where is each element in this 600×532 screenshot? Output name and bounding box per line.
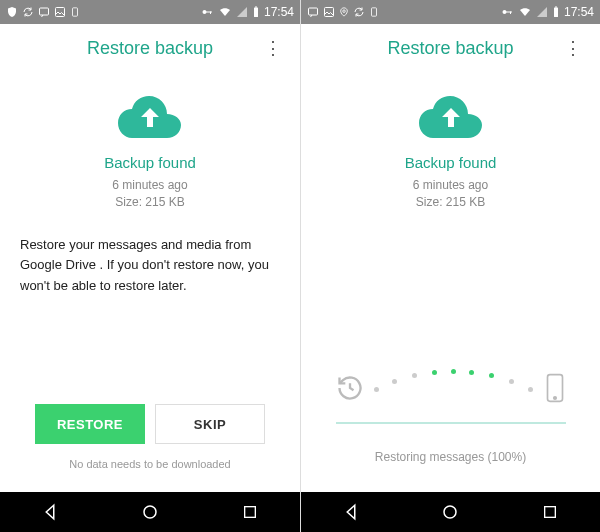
key-icon xyxy=(500,6,514,18)
svg-rect-17 xyxy=(554,8,558,18)
location-icon xyxy=(339,6,349,18)
page-title: Restore backup xyxy=(387,38,513,59)
svg-rect-9 xyxy=(245,507,256,518)
status-time: 17:54 xyxy=(264,5,294,19)
nav-bar xyxy=(301,492,600,532)
backup-size: Size: 215 KB xyxy=(112,194,187,211)
battery-icon xyxy=(552,6,560,18)
nav-home-button[interactable] xyxy=(130,492,170,532)
svg-rect-13 xyxy=(372,8,377,16)
restore-button[interactable]: RESTORE xyxy=(35,404,145,444)
backup-found-heading: Backup found xyxy=(405,154,497,171)
image-icon xyxy=(323,6,335,18)
signal-icon xyxy=(236,6,248,18)
refresh-icon xyxy=(22,6,34,18)
svg-point-3 xyxy=(202,10,206,14)
progress-arc xyxy=(336,366,566,414)
button-row: RESTORE SKIP xyxy=(20,404,280,444)
svg-rect-6 xyxy=(254,8,258,18)
progress-label: Restoring messages (100%) xyxy=(375,450,526,464)
app-bar: Restore backup ⋮ xyxy=(0,24,300,72)
nav-recent-button[interactable] xyxy=(530,492,570,532)
overflow-menu-button[interactable]: ⋮ xyxy=(258,33,288,63)
history-icon xyxy=(336,374,364,406)
svg-rect-22 xyxy=(545,507,556,518)
svg-point-20 xyxy=(553,397,556,400)
backup-meta: 6 minutes ago Size: 215 KB xyxy=(112,177,187,211)
nav-bar xyxy=(0,492,300,532)
svg-rect-5 xyxy=(210,12,211,15)
shield-icon xyxy=(6,6,18,18)
svg-rect-2 xyxy=(73,8,78,16)
svg-point-12 xyxy=(343,10,346,12)
nav-recent-button[interactable] xyxy=(230,492,270,532)
nav-home-button[interactable] xyxy=(430,492,470,532)
wifi-icon xyxy=(218,6,232,18)
svg-rect-0 xyxy=(40,8,49,15)
backup-size: Size: 215 KB xyxy=(413,194,488,211)
svg-rect-4 xyxy=(206,12,212,13)
key-icon xyxy=(200,6,214,18)
device-icon xyxy=(369,6,379,18)
chat-icon xyxy=(307,6,319,18)
backup-meta: 6 minutes ago Size: 215 KB xyxy=(413,177,488,211)
svg-point-8 xyxy=(144,506,156,518)
status-time: 17:54 xyxy=(564,5,594,19)
svg-rect-11 xyxy=(325,8,334,17)
svg-rect-18 xyxy=(555,7,557,8)
backup-time: 6 minutes ago xyxy=(112,177,187,194)
progress-dots xyxy=(374,369,528,399)
svg-rect-15 xyxy=(506,12,512,13)
svg-rect-10 xyxy=(309,8,318,15)
screen-restore-prompt: 17:54 Restore backup ⋮ Backup found 6 mi… xyxy=(0,0,300,532)
nav-back-button[interactable] xyxy=(30,492,70,532)
svg-rect-16 xyxy=(510,12,511,15)
svg-rect-7 xyxy=(255,7,257,8)
skip-button[interactable]: SKIP xyxy=(155,404,265,444)
svg-point-14 xyxy=(502,10,506,14)
cloud-upload-icon xyxy=(118,96,182,144)
status-bar: 17:54 xyxy=(0,0,300,24)
backup-time: 6 minutes ago xyxy=(413,177,488,194)
signal-icon xyxy=(536,6,548,18)
content-area: Backup found 6 minutes ago Size: 215 KB … xyxy=(0,72,300,492)
nav-back-button[interactable] xyxy=(331,492,371,532)
page-title: Restore backup xyxy=(87,38,213,59)
phone-icon xyxy=(544,373,566,407)
svg-rect-1 xyxy=(56,8,65,17)
battery-icon xyxy=(252,6,260,18)
screen-restore-progress: 17:54 Restore backup ⋮ Backup found 6 mi… xyxy=(300,0,600,532)
cloud-upload-icon xyxy=(419,96,483,144)
backup-found-heading: Backup found xyxy=(104,154,196,171)
progress-section: Restoring messages (100%) xyxy=(321,366,580,464)
wifi-icon xyxy=(518,6,532,18)
app-bar: Restore backup ⋮ xyxy=(301,24,600,72)
overflow-menu-button[interactable]: ⋮ xyxy=(558,33,588,63)
refresh-icon xyxy=(353,6,365,18)
image-icon xyxy=(54,6,66,18)
device-icon xyxy=(70,6,80,18)
svg-point-21 xyxy=(444,506,456,518)
progress-bar xyxy=(336,422,566,424)
footer-note: No data needs to be downloaded xyxy=(69,458,230,470)
content-area: Backup found 6 minutes ago Size: 215 KB xyxy=(301,72,600,492)
restore-description: Restore your messages and media from Goo… xyxy=(20,235,280,297)
status-bar: 17:54 xyxy=(301,0,600,24)
chat-icon xyxy=(38,6,50,18)
